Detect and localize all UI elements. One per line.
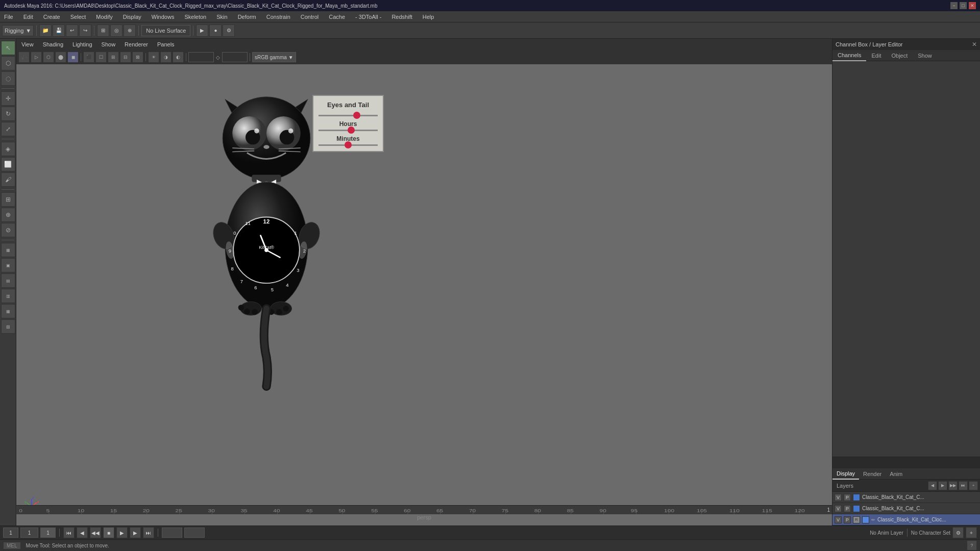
snap-grid[interactable]: ⊞: [97, 24, 109, 37]
vp-menu-lighting[interactable]: Lighting: [70, 40, 94, 48]
anim-extra-btn[interactable]: +: [966, 527, 977, 538]
vp-toggle1[interactable]: ⬛: [83, 52, 94, 63]
menu-deform[interactable]: Deform: [236, 13, 258, 21]
layer-play-btn[interactable]: ▶: [938, 481, 947, 490]
track-camera[interactable]: ⊞: [1, 192, 15, 207]
paint-select[interactable]: ⬡: [1, 56, 15, 70]
undo-button[interactable]: ↩: [66, 24, 78, 37]
anim-next-frame[interactable]: ▶: [130, 527, 141, 538]
vp-ao[interactable]: ◐: [173, 52, 184, 63]
vp-wireframe[interactable]: ⬡: [43, 52, 54, 63]
menu-control[interactable]: Control: [299, 13, 321, 21]
layer-end-btn[interactable]: ⏭: [959, 481, 968, 490]
anim-prev-frame[interactable]: ◀: [77, 527, 88, 538]
vp-value1-input[interactable]: 0.00: [188, 52, 214, 62]
layer-add-btn[interactable]: +: [969, 481, 978, 490]
hours-track[interactable]: [318, 130, 378, 131]
menu-create[interactable]: Create: [41, 13, 62, 21]
tool1[interactable]: ▦: [1, 243, 15, 257]
menu-skeleton[interactable]: Skeleton: [182, 13, 208, 21]
anim-to-start[interactable]: ⏮: [63, 527, 75, 538]
menu-file[interactable]: File: [2, 13, 15, 21]
tab-show[interactable]: Show: [913, 51, 937, 61]
vp-toggle2[interactable]: ☐: [95, 52, 107, 63]
render-settings[interactable]: ⚙: [223, 24, 235, 37]
rotate-tool[interactable]: ↻: [1, 107, 15, 121]
tool6[interactable]: ▧: [1, 319, 15, 334]
tool5[interactable]: ▦: [1, 304, 15, 318]
eyes-tail-knob[interactable]: [353, 112, 360, 119]
redo-button[interactable]: ↪: [79, 24, 91, 37]
render-button[interactable]: ▶: [196, 24, 208, 37]
snap-point[interactable]: ⊕: [124, 24, 136, 37]
orbit-camera[interactable]: ⊕: [1, 208, 15, 222]
vp-toggle3[interactable]: ⊞: [108, 52, 119, 63]
tool4[interactable]: ▥: [1, 289, 15, 303]
ipr-button[interactable]: ●: [209, 24, 222, 37]
tab-edit[interactable]: Edit: [866, 51, 886, 61]
vp-toggle5[interactable]: ⊠: [132, 52, 143, 63]
vp-menu-renderer[interactable]: Renderer: [122, 40, 150, 48]
layer-3-r[interactable]: R: [853, 516, 860, 523]
sub-frame-field[interactable]: [40, 528, 56, 538]
anim-play-back[interactable]: ◀◀: [90, 527, 101, 538]
vp-gamma-dropdown[interactable]: sRGB gamma ▼: [252, 52, 296, 62]
lasso-select[interactable]: ◌: [1, 71, 15, 86]
start-frame-field[interactable]: [3, 528, 18, 538]
vp-menu-view[interactable]: View: [19, 40, 36, 48]
zoom-camera[interactable]: ⊘: [1, 223, 15, 237]
end-frame-input[interactable]: 120: [162, 528, 182, 538]
save-button[interactable]: 💾: [53, 24, 65, 37]
anim-to-end[interactable]: ⏭: [143, 527, 154, 538]
open-button[interactable]: 📁: [39, 24, 52, 37]
tab-anim[interactable]: Anim: [886, 469, 906, 479]
tab-display[interactable]: Display: [832, 468, 859, 480]
help-btn[interactable]: ?: [967, 540, 977, 550]
eyes-tail-track[interactable]: [318, 115, 378, 116]
current-frame-field[interactable]: [20, 528, 38, 538]
vp-shaded[interactable]: ◼: [67, 52, 79, 63]
layer-prev-btn[interactable]: ◀: [928, 481, 937, 490]
viewport[interactable]: View Shading Lighting Show Renderer Pane…: [16, 39, 832, 525]
menu-help[interactable]: Help: [421, 13, 436, 21]
vp-menu-panels[interactable]: Panels: [155, 40, 177, 48]
anim-play-fwd[interactable]: ▶: [116, 527, 128, 538]
total-frames-input[interactable]: 200: [184, 528, 205, 538]
paint-tool[interactable]: 🖌: [1, 172, 15, 187]
menu-skin[interactable]: Skin: [214, 13, 229, 21]
menu-cache[interactable]: Cache: [327, 13, 347, 21]
mode-dropdown[interactable]: Rigging ▼: [2, 25, 34, 36]
menu-display[interactable]: Display: [121, 13, 143, 21]
soft-mod[interactable]: ◈: [1, 142, 15, 156]
close-button[interactable]: ✕: [969, 2, 976, 9]
tool2[interactable]: ▣: [1, 258, 15, 272]
vp-value2-input[interactable]: 1.00: [222, 52, 248, 62]
layer-next-btn[interactable]: ▶▶: [948, 481, 958, 490]
anim-stop[interactable]: ■: [103, 527, 114, 538]
menu-windows[interactable]: Windows: [150, 13, 177, 21]
menu-select[interactable]: Select: [68, 13, 88, 21]
layer-2-p[interactable]: P: [844, 505, 851, 512]
layer-1-p[interactable]: P: [844, 494, 851, 501]
snap-curve[interactable]: ◎: [110, 24, 122, 37]
tool3[interactable]: ▤: [1, 273, 15, 288]
minimize-button[interactable]: −: [950, 2, 958, 9]
vp-menu-shading[interactable]: Shading: [41, 40, 65, 48]
channel-box-close[interactable]: ✕: [972, 41, 977, 48]
tab-channels[interactable]: Channels: [832, 50, 866, 61]
scale-tool[interactable]: ⤢: [1, 122, 15, 136]
tab-render[interactable]: Render: [859, 469, 886, 479]
vp-cam-btn[interactable]: 🎥: [18, 52, 30, 63]
tab-object[interactable]: Object: [886, 51, 913, 61]
layer-2-v[interactable]: V: [835, 505, 842, 512]
maximize-button[interactable]: □: [960, 2, 967, 9]
select-tool[interactable]: ↖: [1, 41, 15, 55]
menu-edit[interactable]: Edit: [21, 13, 35, 21]
menu-redshift[interactable]: Redshift: [389, 13, 414, 21]
vp-menu-show[interactable]: Show: [100, 40, 118, 48]
minutes-knob[interactable]: [345, 141, 352, 148]
layer-3-p[interactable]: P: [844, 516, 851, 523]
mel-label[interactable]: MEL: [3, 542, 21, 549]
move-tool[interactable]: ✛: [1, 91, 15, 106]
vp-toggle4[interactable]: ⊟: [120, 52, 131, 63]
